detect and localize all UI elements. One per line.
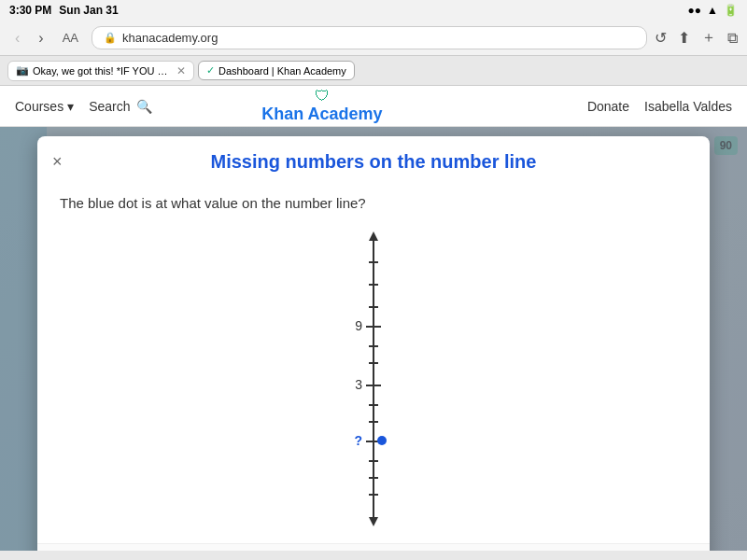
wifi-icon: ▲ xyxy=(707,4,718,17)
main-content: 90 × Missing numbers on the number line … xyxy=(0,127,747,551)
address-bar[interactable]: 🔒 khanacademy.org xyxy=(92,26,647,49)
signal-icon: ●● xyxy=(688,4,702,17)
url-text: khanacademy.org xyxy=(122,31,218,45)
back-button[interactable]: ‹ xyxy=(9,28,25,49)
label-3: 3 xyxy=(355,377,362,392)
status-left: 3:30 PM Sun Jan 31 xyxy=(9,4,119,17)
axis-arrow-bottom xyxy=(369,517,378,526)
tab-bar: 📷 Okay, we got this! *IF YOU PUT SOMETHI… xyxy=(0,56,747,86)
tab-2-label: Dashboard | Khan Academy xyxy=(218,65,346,77)
modal-close-button[interactable]: × xyxy=(52,152,63,172)
ka-logo-text: Khan Academy xyxy=(261,105,382,124)
tabs-button[interactable]: ⧉ xyxy=(727,28,738,48)
reload-button[interactable]: ↺ xyxy=(655,28,667,48)
reader-mode-button[interactable]: AA xyxy=(57,29,84,47)
modal-title: Missing numbers on the number line xyxy=(56,151,691,173)
tick-1 xyxy=(369,261,378,263)
user-name[interactable]: Isabella Valdes xyxy=(644,99,732,114)
tick-mid1 xyxy=(369,345,378,347)
ka-shield-icon: 🛡 xyxy=(315,88,330,105)
nav-buttons: ‹ › xyxy=(9,28,49,49)
modal-overlay: × Missing numbers on the number line The… xyxy=(0,127,747,551)
tab-favicon-1: 📷 xyxy=(16,64,29,77)
date-display: Sun Jan 31 xyxy=(59,4,118,17)
ka-nav: Courses ▾ Search 🔍 🛡 Khan Academy Donate… xyxy=(0,86,747,127)
donate-link[interactable]: Donate xyxy=(587,99,629,114)
label-9: 9 xyxy=(355,318,362,333)
tab-1-close[interactable]: ✕ xyxy=(176,64,186,77)
search-icon: 🔍 xyxy=(136,99,152,114)
forward-button[interactable]: › xyxy=(33,28,49,49)
label-question: ? xyxy=(354,433,362,448)
search-label: Search xyxy=(89,99,130,114)
modal-body: The blue dot is at what value on the num… xyxy=(37,180,710,543)
lock-icon: 🔒 xyxy=(104,32,117,44)
ka-nav-left: Courses ▾ Search 🔍 xyxy=(15,99,152,114)
courses-label: Courses xyxy=(15,99,63,114)
ka-logo: 🛡 Khan Academy xyxy=(261,88,382,124)
tick-bot1 xyxy=(369,460,378,462)
tick-bot2 xyxy=(369,477,378,479)
tick-3 xyxy=(369,306,378,308)
new-tab-button[interactable]: ＋ xyxy=(701,28,716,48)
axis-arrow-top xyxy=(369,231,378,241)
tick-mid2 xyxy=(369,362,378,364)
share-button[interactable]: ⬆ xyxy=(678,28,690,48)
tab-1[interactable]: 📷 Okay, we got this! *IF YOU PUT SOMETHI… xyxy=(7,61,194,81)
courses-menu[interactable]: Courses ▾ xyxy=(15,99,74,114)
search-button[interactable]: Search 🔍 xyxy=(89,99,151,114)
tick-2 xyxy=(369,284,378,286)
tab-1-label: Okay, we got this! *IF YOU PUT SOMETHING… xyxy=(33,65,173,77)
tick-3 xyxy=(366,385,381,386)
tick-bot3 xyxy=(369,494,378,496)
browser-chrome: ‹ › AA 🔒 khanacademy.org ↺ ⬆ ＋ ⧉ xyxy=(0,21,747,56)
tab-favicon-2: ✓ xyxy=(206,64,215,77)
browser-actions: ↺ ⬆ ＋ ⧉ xyxy=(655,28,738,48)
courses-chevron: ▾ xyxy=(67,99,74,114)
blue-dot xyxy=(377,436,387,445)
ka-nav-right: Donate Isabella Valdes xyxy=(587,99,732,114)
status-right: ●● ▲ 🔋 xyxy=(688,4,738,17)
tab-2[interactable]: ✓ Dashboard | Khan Academy xyxy=(198,61,355,80)
modal-header: × Missing numbers on the number line xyxy=(37,136,710,180)
tick-lower2 xyxy=(369,421,378,423)
tick-lower1 xyxy=(369,404,378,406)
tick-9 xyxy=(366,326,381,328)
number-line-wrapper: 9 3 ? xyxy=(336,239,411,519)
number-line-container: 9 3 ? xyxy=(60,230,687,528)
modal-footer: 🔧 3 of 4 Check xyxy=(37,543,710,551)
modal-dialog: × Missing numbers on the number line The… xyxy=(37,136,710,551)
battery-icon: 🔋 xyxy=(724,4,738,17)
status-bar: 3:30 PM Sun Jan 31 ●● ▲ 🔋 xyxy=(0,0,747,21)
question-text: The blue dot is at what value on the num… xyxy=(60,195,687,211)
time-display: 3:30 PM xyxy=(9,4,51,17)
